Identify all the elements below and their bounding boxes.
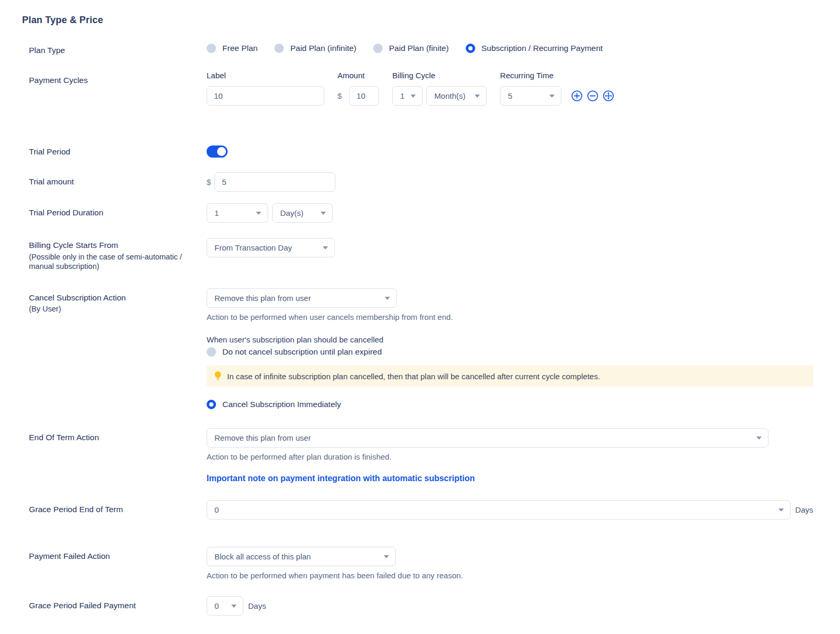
cycle-amount-column-header: Amount (337, 71, 379, 80)
cancel-subscription-title: Cancel Subscription Action (29, 293, 126, 302)
payment-cycles-label: Payment Cycles (29, 71, 207, 85)
grace-period-failed-value: 0 (214, 601, 226, 610)
add-cycle-button[interactable] (571, 90, 582, 101)
cycle-label-column: Label (207, 71, 324, 106)
cancel-subscription-help: Action to be performed when user cancels… (207, 313, 813, 321)
plan-type-radio-group: Free Plan Paid Plan (infinite) Paid Plan… (207, 44, 813, 53)
chevron-down-icon (321, 212, 326, 215)
billing-cycle-count-value: 1 (400, 91, 405, 100)
recurring-time-select[interactable]: 5 (500, 86, 561, 106)
trial-duration-unit-select[interactable]: Day(s) (272, 203, 333, 223)
chevron-down-icon (549, 95, 555, 98)
radio-paid-plan-infinite-label: Paid Plan (infinite) (290, 44, 356, 53)
chevron-down-icon (384, 555, 389, 558)
radio-checked-icon (466, 44, 475, 53)
trial-period-toggle[interactable] (207, 145, 228, 158)
billing-cycle-count-select[interactable]: 1 (392, 86, 423, 106)
trial-amount-row: Trial amount $ (22, 172, 813, 192)
trial-duration-unit-value: Day(s) (280, 209, 315, 217)
radio-cancel-immediately[interactable]: Cancel Subscription Immediately (207, 400, 813, 409)
trial-duration-count-select[interactable]: 1 (207, 203, 268, 223)
grace-period-end-select[interactable]: 0 (207, 500, 791, 519)
currency-symbol: $ (207, 178, 211, 186)
billing-cycle-starts-label: Billing Cycle Starts From (Possible only… (29, 238, 207, 271)
radio-unchecked-icon (207, 44, 216, 53)
cycle-recurring-column: Recurring Time 5 (500, 71, 614, 106)
plan-type-label: Plan Type (29, 44, 207, 55)
radio-cancel-immediately-label: Cancel Subscription Immediately (222, 400, 341, 409)
radio-subscription-recurring[interactable]: Subscription / Recurring Payment (466, 44, 603, 53)
radio-paid-plan-finite[interactable]: Paid Plan (finite) (373, 44, 449, 53)
radio-unchecked-icon (373, 44, 383, 53)
minus-circle-icon (587, 90, 598, 101)
cycle-billing-column: Billing Cycle 1 Month(s) (392, 71, 487, 106)
lightbulb-icon (214, 371, 222, 381)
payment-failed-row: Payment Failed Action Block all access o… (22, 547, 813, 580)
radio-free-plan[interactable]: Free Plan (207, 44, 258, 53)
chevron-down-icon (475, 95, 480, 98)
remove-cycle-button[interactable] (587, 90, 598, 101)
radio-paid-plan-infinite[interactable]: Paid Plan (infinite) (274, 44, 356, 53)
plan-type-row: Plan Type Free Plan Paid Plan (infinite)… (22, 44, 813, 55)
end-of-term-label: End Of Term Action (29, 428, 207, 442)
cancel-subscription-label: Cancel Subscription Action (By User) (29, 288, 207, 314)
trial-period-row: Trial Period (22, 145, 813, 160)
radio-free-plan-label: Free Plan (222, 44, 258, 53)
radio-paid-plan-finite-label: Paid Plan (finite) (389, 44, 449, 53)
cycle-label-input[interactable] (207, 86, 324, 106)
move-cycle-button[interactable] (603, 90, 614, 101)
cancel-note-text: In case of infinite subscription plan ca… (227, 372, 600, 381)
toggle-knob (217, 147, 226, 156)
cancel-subscription-value: Remove this plan from user (214, 294, 380, 303)
payment-failed-help: Action to be performed when payment has … (207, 571, 813, 580)
trial-period-label: Trial Period (29, 145, 207, 157)
cycle-recurring-column-header: Recurring Time (500, 71, 614, 80)
chevron-down-icon (411, 95, 416, 98)
radio-do-not-cancel-label: Do not cancel subscription until plan ex… (222, 347, 382, 357)
plan-settings-page: Plan Type & Price Plan Type Free Plan Pa… (0, 0, 840, 634)
grace-period-end-label: Grace Period End of Term (29, 500, 207, 514)
cancel-subscription-sublabel: (By User) (29, 304, 196, 314)
recurring-time-value: 5 (508, 91, 544, 100)
currency-symbol: $ (337, 91, 342, 100)
radio-unchecked-icon (207, 347, 216, 357)
billing-cycle-starts-value: From Transaction Day (214, 243, 317, 252)
trial-amount-input[interactable] (214, 172, 335, 192)
radio-checked-icon (207, 400, 216, 409)
billing-cycle-unit-select[interactable]: Month(s) (426, 86, 487, 106)
cycle-billing-column-header: Billing Cycle (392, 71, 487, 80)
trial-period-duration-label: Trial Period Duration (29, 203, 207, 217)
chevron-down-icon (385, 297, 390, 300)
end-of-term-value: Remove this plan from user (214, 433, 751, 442)
cycle-label-column-header: Label (207, 71, 324, 80)
page-title: Plan Type & Price (22, 15, 813, 26)
grace-period-failed-row: Grace Period Failed Payment 0 Days (22, 596, 813, 616)
radio-do-not-cancel[interactable]: Do not cancel subscription until plan ex… (207, 347, 813, 357)
chevron-down-icon (231, 605, 237, 608)
end-of-term-help: Action to be performed after plan durati… (207, 452, 813, 461)
payment-failed-select[interactable]: Block all access of this plan (207, 547, 396, 566)
grace-period-end-row: Grace Period End of Term 0 Days (22, 500, 813, 519)
cancel-subscription-row: Cancel Subscription Action (By User) Rem… (22, 288, 813, 409)
payment-integration-note-link[interactable]: Important note on payment integration wi… (207, 474, 475, 483)
trial-period-duration-row: Trial Period Duration 1 Day(s) (22, 203, 813, 223)
billing-cycle-starts-select[interactable]: From Transaction Day (207, 238, 335, 257)
billing-cycle-unit-value: Month(s) (434, 91, 469, 100)
move-circle-icon (603, 90, 614, 101)
grace-period-end-unit: Days (795, 505, 813, 514)
billing-cycle-starts-row: Billing Cycle Starts From (Possible only… (22, 238, 813, 271)
cycle-amount-column: Amount $ (337, 71, 379, 106)
radio-unchecked-icon (274, 44, 284, 53)
trial-duration-count-value: 1 (214, 209, 251, 217)
trial-amount-label: Trial amount (29, 172, 207, 186)
chevron-down-icon (323, 246, 328, 250)
cancel-subscription-select[interactable]: Remove this plan from user (207, 288, 397, 308)
end-of-term-row: End Of Term Action Remove this plan from… (22, 428, 813, 483)
chevron-down-icon (756, 436, 762, 440)
end-of-term-select[interactable]: Remove this plan from user (207, 428, 769, 448)
grace-period-failed-select[interactable]: 0 (207, 596, 243, 616)
chevron-down-icon (778, 508, 784, 512)
payment-failed-label: Payment Failed Action (29, 547, 207, 561)
billing-cycle-starts-title: Billing Cycle Starts From (29, 241, 118, 250)
cycle-amount-input[interactable] (349, 86, 379, 106)
